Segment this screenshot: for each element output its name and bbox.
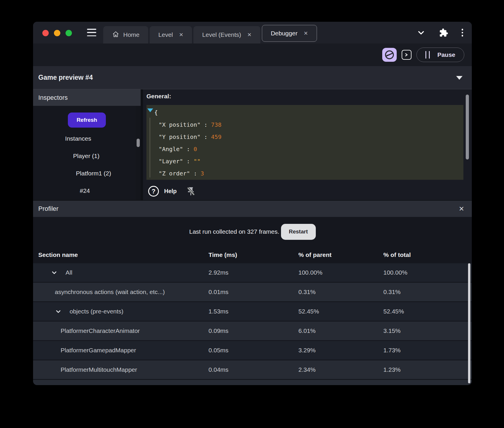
tree-item-label: Instances [65,135,91,142]
profiler-table-row[interactable]: PlatformerGamepadMapper 0.05ms 3.29% 1.7… [33,341,472,360]
gauge-icon [384,50,395,60]
time-cell: 0.05ms [209,347,298,354]
column-header: Time (ms) [209,251,298,258]
inspectors-scrollbar-thumb[interactable] [137,139,140,147]
code-line: "Layer" : "" [146,155,463,167]
close-window-button[interactable] [42,30,49,36]
pct-total-cell: 52.45% [383,308,472,315]
inspector-tree-item[interactable]: Platform1 (2) [40,165,147,182]
code-value: 738 [211,121,222,128]
tree-item-label: Player (1) [73,153,99,159]
section-name: All [66,269,72,276]
pct-parent-cell: 52.45% [298,308,383,315]
menu-icon[interactable] [87,29,96,36]
debugger-window: Home Level ✕ Level (Events) ✕ Debugger ✕ [33,22,472,385]
traffic-lights [42,30,72,36]
pct-parent-cell: 2.34% [298,366,383,373]
section-name: objects (pre-events) [70,308,124,315]
pause-button[interactable]: Pause [416,48,464,62]
profiler-table-row[interactable]: PlatformerMultitouchMapper 0.04ms 2.34% … [33,360,472,379]
section-name: asynchronous actions (wait action, etc..… [55,289,165,295]
pct-parent-cell: 100.00% [298,269,383,276]
inspector-tree-item[interactable]: #24 [33,182,139,200]
profiler-scrollbar-thumb[interactable] [468,263,470,383]
collapse-node-icon[interactable] [147,108,153,112]
unpin-button[interactable] [186,186,196,196]
tabbar-actions [416,22,463,43]
table-footer [33,380,472,385]
console-icon [404,52,409,57]
chevron-down-icon[interactable] [416,28,426,37]
tab-close-icon[interactable]: ✕ [247,32,252,38]
profiler-title: Profiler [38,205,59,213]
tab-label: Level [158,31,173,38]
profiler-table-row[interactable]: All 2.92ms 100.00% 100.00% [33,263,472,282]
tab-label: Home [123,31,139,38]
profiler-header: Profiler ✕ [33,200,472,217]
code-line: "Angle" : 0 [146,143,463,155]
profiler-table-rows: All 2.92ms 100.00% 100.00% asynchronous … [33,263,472,380]
profiler-panel: Last run collected on 327 frames. Restar… [33,217,472,385]
home-icon [112,30,119,39]
time-cell: 2.92ms [209,269,298,276]
tab[interactable]: Level ✕ [150,26,192,43]
general-section-title: General: [146,93,472,100]
section-name: PlatformerMultitouchMapper [61,366,137,373]
extensions-puzzle-icon[interactable] [439,28,448,37]
inspectors-panel-title: Inspectors [33,89,141,106]
help-button[interactable]: ? Help [148,186,177,197]
profiler-gauge-button[interactable] [382,48,397,62]
tab-close-icon[interactable]: ✕ [304,30,308,37]
restart-button[interactable]: Restart [281,224,316,240]
code-value: 0 [193,146,197,153]
profiler-table-row[interactable]: objects (pre-events) 1.53ms 52.45% 52.45… [33,302,472,321]
chevron-down-icon[interactable] [51,269,58,276]
time-cell: 0.01ms [209,289,298,295]
chevron-down-icon[interactable] [55,308,62,315]
profiler-status-text: Last run collected on 327 frames. [189,228,280,235]
code-line: "Y position" : 459 [146,131,463,143]
tab-label: Level (Events) [202,31,241,38]
kebab-menu-icon[interactable] [462,29,463,37]
collapse-caret-icon[interactable] [456,76,463,80]
refresh-button[interactable]: Refresh [68,113,106,128]
game-preview-header[interactable]: Game preview #4 [33,66,472,89]
main-split: Inspectors Refresh Instances Player (1) … [33,89,472,200]
close-icon[interactable]: ✕ [459,206,464,212]
zoom-window-button[interactable] [66,30,72,36]
profiler-table-header: Section name Time (ms) % of parent % of … [33,246,472,263]
pin-off-icon [186,186,196,196]
code-value: 3 [201,170,204,177]
pct-total-cell: 1.23% [383,366,472,373]
console-button[interactable] [402,50,411,60]
indent-guide [150,118,150,177]
pct-total-cell: 3.15% [383,327,472,334]
tab[interactable]: Debugger ✕ [262,25,317,42]
general-scrollbar-thumb[interactable] [466,95,469,159]
time-cell: 0.09ms [209,327,298,334]
pct-total-cell: 100.00% [383,269,472,276]
general-panel: General: { "X position" : 738 "Y positio… [143,89,472,200]
tab-close-icon[interactable]: ✕ [179,32,183,38]
pct-total-cell: 0.31% [383,289,472,295]
inspector-tree-item[interactable]: Player (1) [33,147,140,165]
code-key: "Z order" [159,170,190,177]
pause-icon [425,51,430,59]
code-value: "" [193,158,200,165]
minimize-window-button[interactable] [54,30,60,36]
tab[interactable]: Home [103,26,148,43]
help-question-icon: ? [148,186,159,197]
time-cell: 0.04ms [209,366,298,373]
inspectors-scrollbar-track[interactable] [136,106,141,200]
inspector-tree: Instances Player (1) Platform1 (2) #24 [33,130,141,200]
code-line: "X position" : 738 [146,119,463,131]
pct-total-cell: 1.73% [383,347,472,354]
profiler-table-row[interactable]: asynchronous actions (wait action, etc..… [33,283,472,301]
code-line: { [146,106,463,119]
inspector-tree-item[interactable]: Instances [33,130,132,147]
tab[interactable]: Level (Events) ✕ [193,26,260,43]
game-preview-title: Game preview #4 [38,74,93,81]
section-name: PlatformerGamepadMapper [61,347,136,354]
code-key: "Angle" [159,146,183,153]
profiler-table-row[interactable]: PlatformerCharacterAnimator 0.09ms 6.01%… [33,322,472,340]
